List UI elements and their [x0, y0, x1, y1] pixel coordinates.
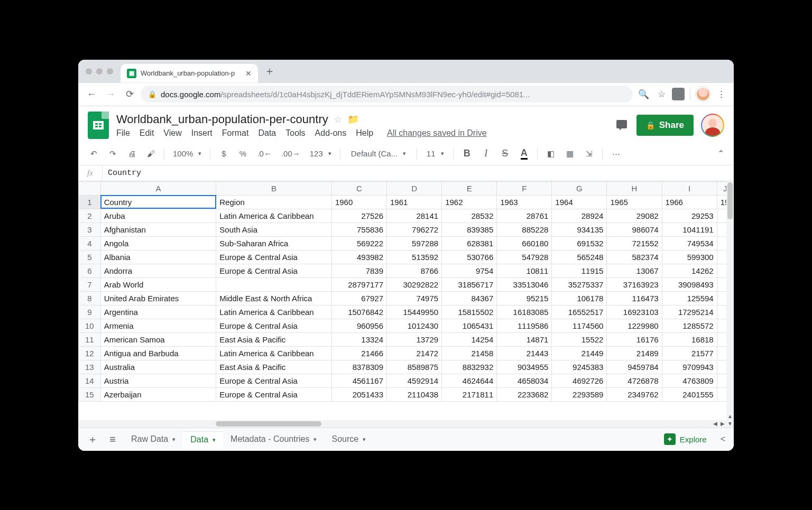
comments-icon[interactable] [614, 118, 629, 133]
data-cell[interactable]: 4561167 [331, 374, 386, 387]
row-header[interactable]: 12 [79, 346, 101, 360]
menu-insert[interactable]: Insert [191, 128, 213, 138]
data-cell[interactable]: 721552 [607, 236, 662, 250]
data-cell[interactable]: 16176 [607, 332, 662, 346]
data-cell[interactable]: Middle East & North Africa [216, 291, 332, 305]
data-cell[interactable]: 16923103 [607, 305, 662, 319]
header-cell[interactable]: 1960 [331, 195, 386, 209]
data-cell[interactable]: Andorra [100, 264, 216, 277]
sheet-tab-menu-icon[interactable]: ▾ [313, 436, 317, 443]
data-cell[interactable]: Sub-Saharan Africa [216, 236, 332, 250]
forward-button[interactable]: → [103, 86, 118, 102]
column-header[interactable]: H [607, 181, 662, 195]
menu-format[interactable]: Format [222, 128, 249, 138]
back-button[interactable]: ← [84, 86, 99, 102]
data-cell[interactable]: Aruba [100, 209, 216, 222]
column-header[interactable]: C [331, 181, 386, 195]
data-cell[interactable]: 39098493 [662, 277, 717, 291]
new-tab-button[interactable]: ＋ [262, 64, 277, 79]
data-cell[interactable]: 125594 [662, 291, 717, 305]
strikethrough-icon[interactable]: S [497, 146, 513, 162]
data-cell[interactable]: Europe & Central Asia [216, 387, 332, 401]
print-icon[interactable]: 🖨 [124, 146, 140, 162]
data-cell[interactable]: 755836 [331, 222, 386, 236]
sheet-tab-menu-icon[interactable]: ▾ [213, 437, 216, 443]
data-cell[interactable]: 513592 [387, 250, 442, 264]
data-cell[interactable]: 2349762 [607, 387, 662, 401]
header-cell[interactable]: 1965 [607, 195, 662, 209]
row-header[interactable]: 7 [79, 277, 101, 291]
scroll-down-icon[interactable]: ▼ [726, 420, 734, 428]
data-cell[interactable]: Armenia [100, 319, 216, 332]
undo-icon[interactable]: ↶ [86, 146, 102, 162]
font-size-select[interactable]: 11 [422, 146, 448, 162]
data-cell[interactable]: 30292822 [387, 277, 442, 291]
data-cell[interactable]: 2171811 [442, 387, 497, 401]
data-cell[interactable]: 1285572 [662, 319, 717, 332]
vertical-scrollbar[interactable]: ▲ ▼ [726, 181, 734, 428]
profile-avatar-icon[interactable] [696, 87, 710, 101]
data-cell[interactable]: 7839 [331, 264, 386, 277]
redo-icon[interactable]: ↷ [105, 146, 121, 162]
data-cell[interactable]: 28797177 [331, 277, 386, 291]
bold-icon[interactable]: B [459, 146, 475, 162]
data-cell[interactable]: Arab World [100, 277, 216, 291]
column-header[interactable]: A [100, 181, 216, 195]
merge-cells-icon[interactable]: ⇲ [581, 146, 597, 162]
share-button[interactable]: 🔒 Share [636, 115, 694, 136]
formula-input[interactable]: Country [103, 169, 146, 178]
menu-data[interactable]: Data [258, 128, 276, 138]
data-cell[interactable]: Latin America & Caribbean [216, 209, 332, 222]
scroll-thumb[interactable] [216, 421, 321, 426]
row-header[interactable]: 2 [79, 209, 101, 222]
data-cell[interactable]: East Asia & Pacific [216, 360, 332, 374]
traffic-light-zoom[interactable] [107, 68, 113, 75]
data-cell[interactable]: 67927 [331, 291, 386, 305]
header-cell[interactable]: Country [100, 195, 216, 209]
header-cell[interactable]: Region [216, 195, 332, 209]
data-cell[interactable]: 15815502 [442, 305, 497, 319]
column-header[interactable]: D [387, 181, 442, 195]
scroll-thumb[interactable] [727, 182, 733, 219]
data-cell[interactable]: 8832932 [442, 360, 497, 374]
menu-addons[interactable]: Add-ons [315, 128, 347, 138]
data-cell[interactable]: Angola [100, 236, 216, 250]
row-header[interactable]: 5 [79, 250, 101, 264]
menu-tools[interactable]: Tools [285, 128, 305, 138]
data-cell[interactable]: 9709943 [662, 360, 717, 374]
column-header[interactable]: G [552, 181, 607, 195]
data-cell[interactable]: 8378309 [331, 360, 386, 374]
more-tools-icon[interactable]: ⋯ [608, 146, 624, 162]
data-cell[interactable]: Europe & Central Asia [216, 250, 332, 264]
explore-button[interactable]: Explore [659, 433, 712, 445]
bookmark-star-icon[interactable]: ☆ [654, 87, 669, 101]
text-color-icon[interactable]: A [516, 146, 532, 162]
doc-title[interactable]: Worldbank_urban-population-per-country [116, 113, 328, 126]
data-cell[interactable]: 8766 [387, 264, 442, 277]
sheet-tab-menu-icon[interactable]: ▾ [363, 436, 366, 443]
row-header[interactable]: 15 [79, 387, 101, 401]
data-cell[interactable]: 29082 [607, 209, 662, 222]
data-cell[interactable]: 4692726 [552, 374, 607, 387]
data-cell[interactable]: 13729 [387, 332, 442, 346]
data-cell[interactable]: 885228 [497, 222, 552, 236]
data-cell[interactable]: 8589875 [387, 360, 442, 374]
data-cell[interactable]: 1065431 [442, 319, 497, 332]
data-cell[interactable]: 10811 [497, 264, 552, 277]
percent-icon[interactable]: % [235, 146, 251, 162]
spreadsheet-grid[interactable]: ABCDEFGHIJ 1CountryRegion196019611962196… [78, 181, 734, 428]
select-all-corner[interactable] [79, 181, 101, 195]
sheet-tab-menu-icon[interactable]: ▾ [172, 436, 176, 443]
save-status[interactable]: All changes saved in Drive [387, 128, 487, 138]
data-cell[interactable]: Albania [100, 250, 216, 264]
paint-format-icon[interactable]: 🖌 [143, 146, 159, 162]
menu-help[interactable]: Help [356, 128, 373, 138]
data-cell[interactable]: 28761 [497, 209, 552, 222]
data-cell[interactable] [216, 277, 332, 291]
data-cell[interactable]: 21466 [331, 346, 386, 360]
column-header[interactable]: B [216, 181, 332, 195]
side-panel-toggle-icon[interactable]: < [717, 434, 728, 444]
data-cell[interactable]: Australia [100, 360, 216, 374]
column-header[interactable]: E [442, 181, 497, 195]
data-cell[interactable]: 960956 [331, 319, 386, 332]
